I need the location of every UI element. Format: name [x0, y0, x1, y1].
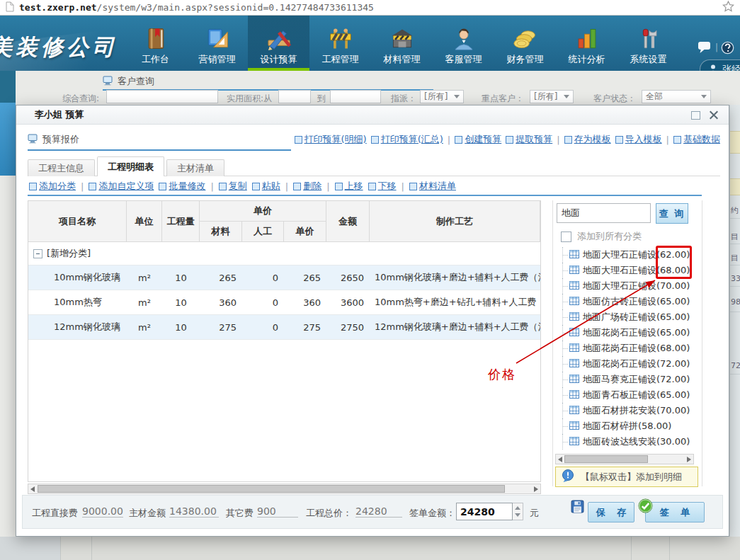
status-dropdown[interactable]: 全部 — [642, 90, 711, 103]
nav-item-design-budget[interactable]: 设计预算 — [248, 16, 309, 71]
link-square-icon — [295, 136, 302, 144]
toolbar-underline — [28, 195, 702, 196]
assign-dropdown[interactable]: [所有] — [420, 90, 464, 103]
toolbar-link[interactable]: 添加分类 — [29, 180, 76, 193]
price-item[interactable]: 地面青石板正铺设(65.00) — [558, 387, 704, 403]
tree-horizontal-scrollbar[interactable] — [555, 454, 694, 464]
toolbar-link[interactable]: 粘贴 — [252, 180, 280, 193]
nav-item-project[interactable]: 工程管理 — [309, 16, 371, 71]
col-unit[interactable]: 单位 — [127, 201, 162, 242]
table-row[interactable]: 10mm钢化玻璃m²102650265265010mm钢化玻璃+磨边+辅料+人工… — [28, 265, 540, 290]
toolbar-link[interactable]: 上移 — [335, 180, 363, 193]
nav-item-finance[interactable]: 财务管理 — [494, 16, 556, 71]
table-item-icon — [569, 281, 579, 292]
budget-action-link[interactable]: 提取预算 — [506, 133, 552, 146]
bg-partial-text: 72 — [731, 361, 740, 370]
dialog-titlebar[interactable]: 李小姐 预算 — [16, 105, 729, 125]
price-item[interactable]: 地面石材碎拼(58.00) — [558, 418, 704, 434]
toolbar-link[interactable]: 添加自定义项 — [89, 180, 154, 193]
collapse-icon[interactable] — [33, 249, 42, 258]
search-input[interactable] — [557, 203, 651, 223]
add-to-all-checkbox-row: 添加到所有分类 — [561, 230, 642, 243]
toolbar-link[interactable]: 删除 — [293, 180, 321, 193]
price-item[interactable]: 地面广场砖正铺设(65.00) — [558, 309, 704, 325]
tab-project-detail-sheet[interactable]: 工程明细表 — [97, 156, 164, 176]
budget-action-link[interactable]: 导入模板 — [615, 133, 662, 146]
vip-dropdown[interactable]: [所有] — [530, 90, 574, 103]
marketing-ruler-icon — [205, 25, 230, 51]
budget-action-link[interactable]: 存为模板 — [564, 133, 611, 146]
col-labor[interactable]: 人工 — [242, 222, 284, 242]
table-row[interactable]: 10mm热弯m²103600360360010mm热弯+磨边+钻孔+辅料+人工费… — [28, 290, 540, 315]
table-row[interactable]: 12mm钢化玻璃m²102750275275012mm钢化玻璃+磨边+辅料+人工… — [28, 315, 540, 340]
amount-spinner[interactable] — [513, 503, 523, 520]
budget-action-link[interactable]: 基础数据 — [673, 133, 720, 146]
price-item[interactable]: 地面大理石正铺设(68.00) — [558, 263, 704, 278]
nav-item-workbench[interactable]: 工作台 — [125, 16, 186, 71]
message-bubble-icon[interactable] — [697, 40, 712, 57]
spinner-up-icon[interactable] — [515, 506, 520, 510]
area-to-input[interactable] — [330, 90, 381, 103]
sign-button[interactable]: 签 单 — [645, 502, 705, 522]
tab-main-materials[interactable]: 主材清单 — [166, 159, 224, 176]
col-project-name[interactable]: 项目名称 — [28, 201, 127, 242]
bookmark-star-icon[interactable] — [722, 1, 734, 15]
col-quantity[interactable]: 工程量 — [162, 201, 200, 242]
col-amount[interactable]: 金额 — [326, 201, 370, 242]
price-item[interactable]: 地面大理石正铺设(70.00) — [558, 278, 704, 294]
col-craft[interactable]: 制作工艺 — [370, 201, 540, 242]
toolbar-link[interactable]: 下移 — [368, 180, 397, 193]
close-icon[interactable] — [709, 110, 719, 120]
col-price-group[interactable]: 单价 — [200, 201, 326, 222]
customer-query-tab[interactable]: 客户查询 — [103, 75, 154, 88]
scrollbar-thumb[interactable] — [38, 485, 505, 493]
tab-project-main-info[interactable]: 工程主信息 — [28, 159, 95, 176]
nav-item-marketing[interactable]: 营销管理 — [186, 16, 248, 71]
category-row[interactable]: [新增分类] — [28, 242, 540, 265]
nav-menu: 工作台营销管理设计预算工程管理材料管理客服管理财务管理统计分析系统设置 — [125, 16, 679, 71]
user-badge[interactable]: 张经 — [700, 59, 740, 71]
scroll-right-icon[interactable] — [687, 457, 691, 462]
spinner-down-icon[interactable] — [515, 513, 520, 517]
query-input[interactable] — [106, 90, 218, 103]
toolbar-link[interactable]: 复制 — [219, 180, 247, 193]
col-unit-price[interactable]: 单价 — [284, 222, 326, 242]
scroll-right-icon[interactable] — [534, 486, 538, 492]
maximize-icon[interactable] — [691, 111, 700, 120]
price-item[interactable]: 地面大理石正铺设(62.00) — [558, 247, 704, 263]
price-item[interactable]: 地面仿古砖正铺设(65.00) — [558, 294, 704, 309]
budget-action-link[interactable]: 打印预算(明细) — [295, 133, 367, 146]
cell-unit: m² — [127, 315, 162, 339]
top-navigation: 美装修公司 工作台营销管理设计预算工程管理材料管理客服管理财务管理统计分析系统设… — [0, 16, 740, 71]
nav-item-materials[interactable]: 材料管理 — [371, 16, 433, 71]
url-text[interactable]: test.zxerp.net/system/w3/main.aspx?sessi… — [19, 2, 374, 13]
checkbox[interactable] — [561, 232, 571, 242]
nav-item-statistics[interactable]: 统计分析 — [556, 16, 617, 71]
price-item[interactable]: 地面花岗石正铺设(65.00) — [558, 325, 704, 341]
toolbar-link[interactable]: 材料清单 — [409, 180, 456, 193]
sign-amount-input[interactable] — [456, 503, 513, 520]
price-item[interactable]: 地面花岗石正铺设(68.00) — [558, 341, 704, 356]
scroll-left-icon[interactable] — [558, 457, 562, 462]
browser-address-bar[interactable]: test.zxerp.net/system/w3/main.aspx?sessi… — [0, 0, 740, 16]
table-horizontal-scrollbar[interactable] — [28, 484, 541, 494]
scrollbar-thumb[interactable] — [564, 455, 648, 463]
area-from-input[interactable] — [278, 90, 311, 103]
table-body: [新增分类]10mm钢化玻璃m²102650265265010mm钢化玻璃+磨边… — [28, 242, 540, 340]
price-item[interactable]: 地面砖波达线安装(30.00) — [558, 434, 704, 450]
price-item[interactable]: 地面马赛克正铺设(72.00) — [558, 372, 704, 387]
help-icon[interactable] — [721, 41, 734, 57]
save-button[interactable]: 保 存 — [588, 502, 634, 522]
budget-action-link[interactable]: 创建预算 — [455, 133, 501, 146]
col-material[interactable]: 材料 — [200, 222, 242, 242]
search-button[interactable]: 查 询 — [656, 203, 688, 224]
price-item[interactable]: 地面石材拼花安装(70.00) — [558, 403, 704, 418]
nav-item-customer-service[interactable]: 客服管理 — [433, 16, 494, 71]
price-item[interactable]: 地面花岗石正铺设(72.00) — [558, 356, 704, 372]
budget-action-link[interactable]: 打印预算(汇总) — [371, 133, 443, 146]
separator: | — [715, 42, 718, 52]
scroll-left-icon[interactable] — [30, 486, 35, 492]
bg-partial-text: 约 — [731, 205, 739, 216]
nav-item-settings[interactable]: 系统设置 — [617, 16, 679, 71]
toolbar-link[interactable]: 批量修改 — [159, 180, 205, 193]
